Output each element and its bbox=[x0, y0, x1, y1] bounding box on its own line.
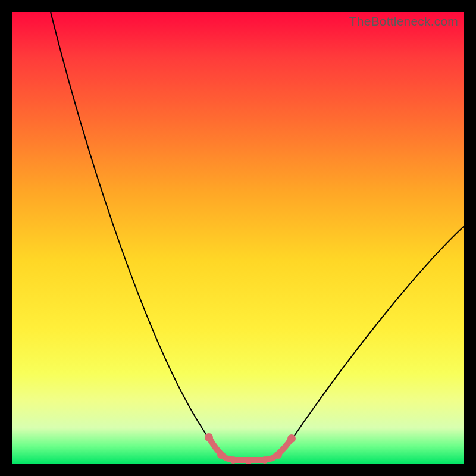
highlight-dot-6 bbox=[275, 452, 282, 459]
highlight-dot-left bbox=[205, 433, 213, 441]
highlight-dot-5 bbox=[261, 456, 268, 464]
highlight-dot-3 bbox=[230, 456, 237, 464]
gradient-plot-background: TheBottleneck.com bbox=[12, 12, 464, 464]
curve-left bbox=[51, 12, 233, 459]
highlight-dot-right bbox=[287, 434, 296, 443]
curve-right bbox=[265, 226, 464, 459]
highlight-dot-4 bbox=[245, 457, 252, 464]
bottleneck-curve bbox=[12, 12, 464, 464]
highlight-dot-2 bbox=[217, 452, 224, 459]
